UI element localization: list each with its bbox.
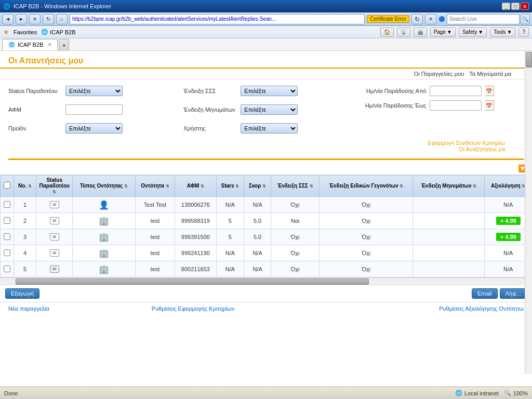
td-checkbox-1[interactable]	[1, 197, 14, 213]
maximize-button[interactable]: □	[511, 3, 520, 10]
favorites-star-icon[interactable]: ★	[3, 28, 9, 36]
back-button[interactable]: ◄	[2, 14, 14, 24]
td-endeixh-sss-2: Ναι	[271, 213, 319, 229]
td-no-5: 5	[14, 261, 36, 277]
home-button[interactable]: ⌂	[56, 14, 68, 24]
td-checkbox-3[interactable]	[1, 229, 14, 245]
advanced-criteria-link[interactable]: Εφαρμογή Σύνθετων Κριτηρίω	[8, 140, 513, 146]
row1-checkbox[interactable]	[4, 201, 10, 208]
fav-link-icapb2b[interactable]: 🌐 ICAP B2B	[41, 29, 75, 35]
vertical-scrollbar[interactable]	[525, 51, 532, 374]
filter-date-from-input[interactable]	[430, 86, 482, 96]
th-endeixh-eidikon[interactable]: Ένδειξη Ειδικών Γεγονότων ⇅	[320, 175, 413, 197]
live-search-input[interactable]	[447, 14, 520, 24]
stop-btn2[interactable]: ✕	[425, 14, 436, 24]
row4-checkbox[interactable]	[4, 249, 10, 256]
filter-select-product[interactable]: Επιλέξτε	[65, 123, 123, 134]
footer-new-order-link[interactable]: Νέα παραγγελία	[8, 305, 49, 312]
td-endeixh-eidikon-3: Όχι	[320, 229, 413, 245]
th-entity[interactable]: Οντότητα ⇅	[135, 175, 175, 197]
filter-select-status[interactable]: Επιλέξτε	[65, 86, 123, 96]
refresh-button[interactable]: ↻	[43, 14, 54, 24]
orange-divider	[8, 158, 524, 160]
th-checkbox[interactable]	[1, 175, 14, 197]
filter-select-endeixh-min[interactable]: Επιλέξτε	[241, 104, 298, 115]
td-endeixh-min-1	[413, 197, 485, 213]
refresh-btn2[interactable]: ↻	[411, 14, 423, 24]
th-no[interactable]: No. ⇅	[14, 175, 36, 197]
close-button[interactable]: ✕	[521, 3, 529, 10]
export-button[interactable]: Εξαγωγή	[5, 288, 39, 299]
filter-date-to-input[interactable]	[430, 100, 482, 111]
th-endeixh-min-label: Ένδειξη Μηνυμάτων	[421, 183, 471, 189]
calendar-to-button[interactable]: 📅	[485, 100, 494, 111]
search-go-button[interactable]: 🔍	[521, 14, 530, 24]
table-header: No. ⇅ Status Παραδοτέου ⇅ Τύπος Οντότητα…	[1, 175, 532, 197]
tools-btn[interactable]: Tools ▼	[490, 28, 515, 37]
saved-searches-link[interactable]: Οι Αναζητήσεις μα	[8, 146, 513, 152]
forward-button[interactable]: ►	[16, 14, 27, 24]
th-endeixh-sss[interactable]: Ένδειξη ΣΣΣ ⇅	[271, 175, 319, 197]
tab-close-icon[interactable]: ✕	[48, 42, 52, 47]
status-zone: 🌐 Local intranet	[455, 390, 499, 396]
th-afm[interactable]: ΑΦΜ ⇅	[175, 175, 217, 197]
fav-link-label: ICAP B2B	[50, 29, 75, 35]
address-bar[interactable]: https://b2bpre.icap.gr/b2b_web/authentic…	[70, 14, 365, 24]
minimize-button[interactable]: _	[502, 3, 510, 10]
td-checkbox-4[interactable]	[1, 245, 14, 261]
th-type[interactable]: Τύπος Οντότητας ⇅	[73, 175, 136, 197]
sort-endeixh-sss: ⇅	[310, 184, 313, 189]
footer-settings-link[interactable]: Ρυθμίσεις Εφαρμογής Κριτηρίων	[152, 305, 235, 312]
scrollbar-thumb[interactable]	[526, 52, 532, 68]
td-checkbox-5[interactable]	[1, 261, 14, 277]
td-type-3: 🏢	[73, 229, 136, 245]
page-btn[interactable]: Page ▼	[430, 28, 456, 37]
th-no-label: No.	[18, 183, 26, 189]
tab-icapb2b[interactable]: 🌐 ICAP B2B ✕	[2, 39, 58, 50]
th-type-label: Τύπος Οντότητας	[80, 183, 123, 189]
title-bar-controls[interactable]: _ □ ✕	[502, 3, 529, 10]
cert-error-badge[interactable]: Certificate Error	[367, 15, 409, 23]
green-badge-2: > 4.99	[496, 217, 521, 225]
stop-button[interactable]: ✕	[29, 14, 41, 24]
sort-endeixh-eidikon: ⇅	[400, 184, 403, 189]
select-all-checkbox[interactable]	[4, 182, 10, 189]
row2-checkbox[interactable]	[4, 217, 10, 224]
td-endeixh-sss-4: Όχι	[271, 245, 319, 261]
filter-select-endeixh-sss[interactable]: Επιλέξτε	[241, 86, 298, 96]
safety-btn[interactable]: Safety ▼	[459, 28, 487, 37]
th-score[interactable]: Σκορ ⇅	[244, 175, 271, 197]
bottom-right-buttons: Email Λήψ...	[472, 288, 527, 299]
filter-label-xrhsths: Χρήστης	[183, 125, 235, 131]
new-tab-button[interactable]: +	[59, 39, 69, 50]
filter-select-xrhsths[interactable]: Επιλέξτε	[241, 123, 298, 134]
filter-row-endeixh-sss: Ένδειξη ΣΣΣ Επιλέξτε	[183, 86, 348, 96]
filter-label-status: Status Παραδοτέου	[8, 88, 60, 94]
filter-date-from-label: Ημ/νία Παράδοσης Από	[359, 88, 427, 94]
th-status[interactable]: Status Παραδοτέου ⇅	[36, 175, 73, 197]
td-status-5: ✉	[36, 261, 73, 277]
home-fav-btn[interactable]: 🏠	[380, 28, 394, 37]
nav-link-messages[interactable]: Τα Μηνύματά μα	[469, 71, 511, 77]
td-endeixh-min-4	[413, 245, 485, 261]
email-icon-3: ✉	[50, 233, 59, 241]
footer-entity-settings-link[interactable]: Ρυθμίσεις Αξιολόγησης Οντότητω	[439, 305, 524, 312]
h-scrollbar-thumb[interactable]	[16, 278, 369, 285]
print-btn[interactable]: 🖨️	[414, 28, 427, 37]
row3-checkbox[interactable]	[4, 233, 10, 240]
calendar-from-button[interactable]: 📅	[485, 86, 494, 96]
email-button[interactable]: Email	[472, 288, 498, 299]
th-endeixh-eidikon-label: Ένδειξη Ειδικών Γεγονότων	[329, 183, 398, 189]
help-btn[interactable]: ?	[518, 28, 529, 37]
th-endeixh-min[interactable]: Ένδειξη Μηνυμάτων ⇅	[413, 175, 485, 197]
horizontal-scrollbar[interactable]	[0, 277, 532, 285]
table-row: 1 ✉ 👤 Test Test 130006276 N/A N/A Όχι Όχ…	[1, 197, 532, 213]
nav-link-orders[interactable]: Οι Παραγγελίες μου	[414, 71, 464, 77]
row5-checkbox[interactable]	[4, 265, 10, 272]
page-title: Οι Απαντήσεις μου	[8, 56, 524, 65]
feeds-btn[interactable]: 📡	[397, 28, 410, 37]
th-stars[interactable]: Stars ⇅	[216, 175, 244, 197]
action-button[interactable]: Λήψ...	[500, 288, 527, 299]
td-checkbox-2[interactable]	[1, 213, 14, 229]
filter-input-afm[interactable]	[65, 104, 123, 115]
